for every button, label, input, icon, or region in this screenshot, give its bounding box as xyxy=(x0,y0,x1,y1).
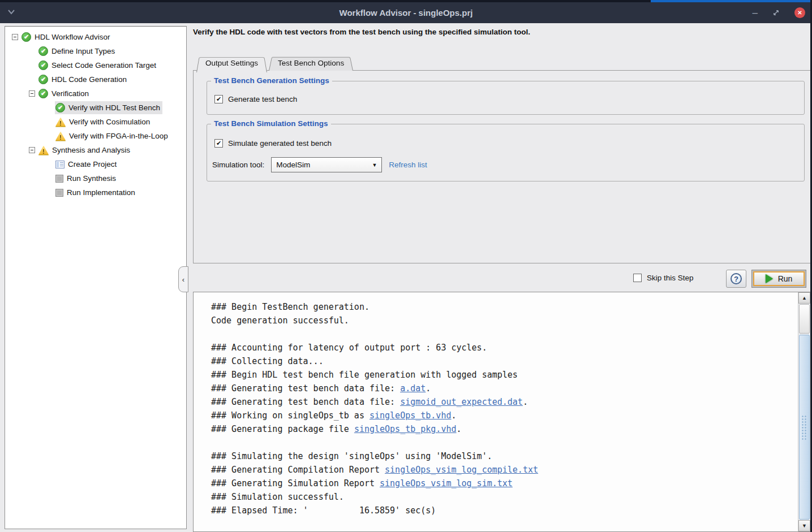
check-icon: ✔ xyxy=(38,89,48,98)
vertical-scrollbar[interactable]: ▲ ▼ xyxy=(798,292,810,531)
project-icon xyxy=(55,161,65,168)
console-line: Code generation successful. xyxy=(211,314,538,327)
console-text-segment: ### Generating test bench data file: xyxy=(211,397,400,407)
tree-expander-icon[interactable] xyxy=(12,34,18,40)
tree-item[interactable]: ✔Select Code Generation Target xyxy=(5,58,186,72)
tree-item[interactable]: Verify with FPGA-in-the-Loop xyxy=(5,129,186,143)
check-icon: ✔ xyxy=(55,103,65,113)
console-line: ### Generating Simulation Report singleO… xyxy=(211,477,538,490)
help-button[interactable]: ? xyxy=(726,270,746,288)
console-text-segment: ### Generating Compilation Report xyxy=(211,465,385,475)
scrollbar-thumb[interactable] xyxy=(799,335,810,520)
scroll-up-button[interactable]: ▲ xyxy=(798,292,810,304)
title-bar[interactable]: Workflow Advisor - singleOps.prj – ✕ xyxy=(0,2,812,23)
console-text: ### Begin TestBench generation.Code gene… xyxy=(211,300,538,517)
tree-item-label: Define Input Types xyxy=(51,47,115,55)
warning-icon xyxy=(55,118,66,127)
tree-item-label: HDL Workflow Advisor xyxy=(35,33,110,41)
tree-item[interactable]: Run Implementation xyxy=(5,185,186,200)
restore-icon[interactable] xyxy=(772,9,780,16)
workflow-tree: ✔HDL Workflow Advisor✔Define Input Types… xyxy=(5,26,187,529)
console-line: ### Generating test bench data file: sig… xyxy=(211,395,538,409)
scroll-down-button[interactable]: ▼ xyxy=(798,520,810,531)
warning-icon xyxy=(38,146,49,155)
tree-item[interactable]: Run Synthesis xyxy=(5,171,186,185)
console-text-segment: ### Collecting data... xyxy=(211,356,324,366)
checkbox-label: Simulate generated test bench xyxy=(228,139,332,148)
console-text-segment: . xyxy=(426,383,431,393)
tab-output-settings[interactable]: Output Settings xyxy=(196,56,267,71)
console-line xyxy=(211,327,538,341)
run-button[interactable]: Run xyxy=(751,270,806,288)
tree-item-label: Verify with HDL Test Bench xyxy=(68,103,160,112)
console-line: ### Simulating the design 'singleOps' us… xyxy=(211,449,538,463)
tree-item-label: Verify with Cosimulation xyxy=(69,118,150,126)
chevron-down-icon: ▼ xyxy=(372,162,377,168)
simulate-test-bench-checkbox-row[interactable]: ✔ Simulate generated test bench xyxy=(214,139,332,148)
check-icon: ✔ xyxy=(38,46,48,56)
simulation-tool-select[interactable]: ModelSim ▼ xyxy=(271,157,382,172)
console-text-segment: ### Working on singleOps_tb as xyxy=(211,410,370,421)
console-line: ### Accounting for latency of output por… xyxy=(211,341,538,354)
tree-item[interactable]: Synthesis and Analysis xyxy=(5,143,186,157)
refresh-list-link[interactable]: Refresh list xyxy=(389,161,427,169)
square-icon xyxy=(55,175,63,183)
square-icon xyxy=(55,189,63,197)
minimize-button[interactable]: – xyxy=(753,10,758,16)
checkbox-checked-icon[interactable]: ✔ xyxy=(214,95,223,103)
console-text-segment: ### Accounting for latency of output por… xyxy=(211,343,487,353)
generate-test-bench-checkbox-row[interactable]: ✔ Generate test bench xyxy=(214,95,297,103)
simulation-settings-group: Test Bench Simulation Settings ✔ Simulat… xyxy=(207,124,805,181)
step-description: Verify the HDL code with test vectors fr… xyxy=(193,28,809,36)
console-line: ### Generating package file singleOps_tb… xyxy=(211,422,538,436)
generation-settings-group: Test Bench Generation Settings ✔ Generat… xyxy=(207,81,805,115)
console-line: ### Begin HDL test bench file generation… xyxy=(211,368,538,382)
warning-icon xyxy=(55,132,66,141)
checkbox-unchecked-icon[interactable] xyxy=(633,274,642,282)
tree-item[interactable]: ✔Verify with HDL Test Bench xyxy=(5,101,186,115)
collapse-panel-handle[interactable]: ‹ xyxy=(178,266,188,292)
console-file-link[interactable]: singleOps_tb_pkg.vhd xyxy=(354,424,457,434)
console-text-segment: ### Simulating the design 'singleOps' us… xyxy=(211,451,492,461)
check-icon: ✔ xyxy=(22,32,31,42)
console-text-segment: ### Simulation successful. xyxy=(211,492,344,502)
tree-item[interactable]: Verify with Cosimulation xyxy=(5,115,186,129)
console-output[interactable]: ### Begin TestBench generation.Code gene… xyxy=(193,292,811,532)
console-line: ### Working on singleOps_tb as singleOps… xyxy=(211,409,538,422)
console-line: ### Elapsed Time: ' 16.5859' sec(s) xyxy=(211,504,538,517)
tree-item-label: Synthesis and Analysis xyxy=(52,146,130,154)
tab-test-bench-options[interactable]: Test Bench Options xyxy=(269,56,353,71)
tree-item-label: Create Project xyxy=(68,160,117,168)
console-text-segment: . xyxy=(451,410,456,421)
console-file-link[interactable]: a.dat xyxy=(400,383,426,393)
tree-item[interactable]: ✔Define Input Types xyxy=(5,44,186,58)
skip-step-checkbox-row[interactable]: Skip this Step xyxy=(633,274,694,282)
console-file-link[interactable]: singleOps_vsim_log_sim.txt xyxy=(380,478,513,488)
console-line xyxy=(211,436,538,449)
console-text-segment: Code generation successful. xyxy=(211,315,349,326)
tree-expander-icon[interactable] xyxy=(29,90,35,97)
tree-item-label: HDL Code Generation xyxy=(51,75,127,84)
close-button[interactable]: ✕ xyxy=(794,7,805,18)
scrollbar-track-segment[interactable] xyxy=(799,304,810,334)
console-text-segment: ### Generating Simulation Report xyxy=(211,478,380,488)
tree-item-label: Verify with FPGA-in-the-Loop xyxy=(69,132,168,140)
console-file-link[interactable]: sigmoid_out_expected.dat xyxy=(400,397,523,407)
console-line: ### Generating Compilation Report single… xyxy=(211,463,538,477)
tree-item[interactable]: ✔Verification xyxy=(5,86,186,101)
window-title: Workflow Advisor - singleOps.prj xyxy=(0,8,812,18)
console-file-link[interactable]: singleOps_tb.vhd xyxy=(370,410,452,421)
tree-item[interactable]: Create Project xyxy=(5,157,186,171)
console-text-segment: ### Elapsed Time: ' 16.5859' sec(s) xyxy=(211,505,436,516)
tree-item-label: Run Synthesis xyxy=(67,174,116,183)
check-icon: ✔ xyxy=(38,60,48,70)
tree-item[interactable]: ✔HDL Workflow Advisor xyxy=(5,30,186,44)
tree-item-label: Verification xyxy=(51,89,89,98)
console-line: ### Simulation successful. xyxy=(211,490,538,504)
tree-expander-icon[interactable] xyxy=(29,147,35,153)
simulation-tool-label: Simulation tool: xyxy=(212,161,264,169)
console-file-link[interactable]: singleOps_vsim_log_compile.txt xyxy=(385,465,538,475)
console-line: ### Collecting data... xyxy=(211,354,538,368)
checkbox-checked-icon[interactable]: ✔ xyxy=(214,139,223,148)
tree-item[interactable]: ✔HDL Code Generation xyxy=(5,72,186,86)
